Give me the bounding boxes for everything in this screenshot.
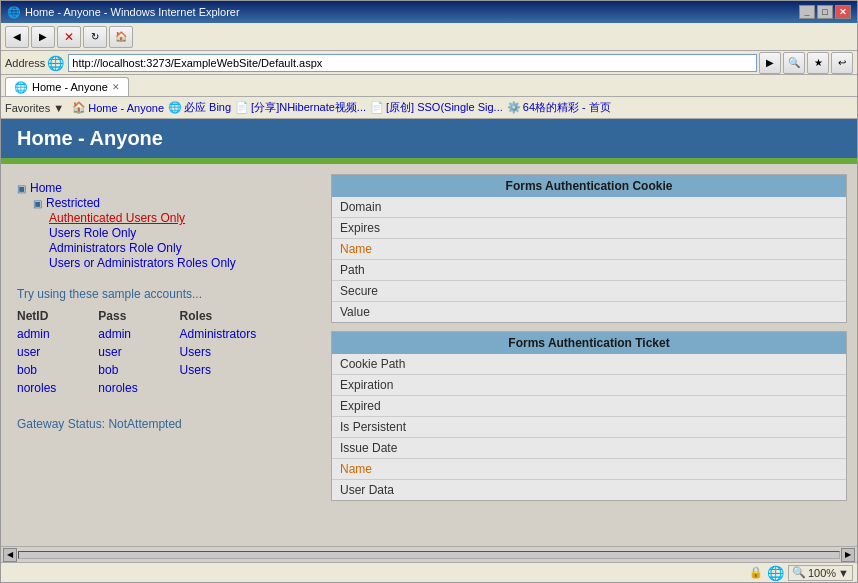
- scroll-left-button[interactable]: ◀: [3, 548, 17, 562]
- tab-icon: 🌐: [14, 81, 28, 94]
- tab-close-button[interactable]: ✕: [112, 82, 120, 92]
- address-bar-row: Address 🌐 ▶ 🔍 ★ ↩: [1, 51, 857, 75]
- ie-logo: 🌐: [767, 565, 784, 581]
- table-cell: noroles: [98, 379, 179, 397]
- refresh-button[interactable]: ↻: [83, 26, 107, 48]
- tab-bar: 🌐 Home - Anyone ✕: [1, 75, 857, 97]
- close-button[interactable]: ✕: [835, 5, 851, 19]
- nav-link-users-or-admin[interactable]: Users or Administrators Roles Only: [49, 256, 236, 270]
- active-tab[interactable]: 🌐 Home - Anyone ✕: [5, 77, 129, 96]
- forward-button[interactable]: ▶: [31, 26, 55, 48]
- table-cell: noroles: [17, 379, 98, 397]
- table-cell: Users: [180, 343, 325, 361]
- left-panel: ▣ Home ▣ Restricted Authenticated Users …: [11, 174, 331, 536]
- tree-authenticated: Authenticated Users Only: [49, 211, 325, 225]
- address-input[interactable]: [68, 54, 757, 72]
- sample-section: Try using these sample accounts... NetID…: [17, 287, 325, 397]
- expand-icon-restricted[interactable]: ▣: [33, 198, 42, 209]
- nav-link-authenticated[interactable]: Authenticated Users Only: [49, 211, 185, 225]
- table-cell: admin: [98, 325, 179, 343]
- nav-link-admin-role[interactable]: Administrators Role Only: [49, 241, 182, 255]
- scroll-right-button[interactable]: ▶: [841, 548, 855, 562]
- title-bar-left: 🌐 Home - Anyone - Windows Internet Explo…: [7, 6, 240, 19]
- status-right: 🔒 🌐 🔍 100% ▼: [749, 565, 853, 581]
- table-cell: bob: [17, 361, 98, 379]
- title-bar-buttons[interactable]: _ □ ✕: [799, 5, 851, 19]
- info-label: User Data: [340, 483, 460, 497]
- info-label: Domain: [340, 200, 460, 214]
- fav-icon-3: 📄: [370, 101, 384, 114]
- table-row: bobbobUsers: [17, 361, 325, 379]
- back-button[interactable]: ◀: [5, 26, 29, 48]
- table-cell: bob: [98, 361, 179, 379]
- favorites-icon[interactable]: ★: [807, 52, 829, 74]
- info-row: Expired: [332, 396, 846, 417]
- info-row: Value: [332, 302, 846, 322]
- forms-auth-cookie-section: Forms Authentication Cookie DomainExpire…: [331, 174, 847, 323]
- search-icon: 🔍: [783, 52, 805, 74]
- address-label: Address: [5, 57, 45, 69]
- table-cell: [180, 379, 325, 397]
- info-row: Cookie Path: [332, 354, 846, 375]
- scroll-track[interactable]: [18, 551, 840, 559]
- zoom-arrow: ▼: [838, 567, 849, 579]
- fav-item-0[interactable]: 🏠 Home - Anyone: [72, 101, 164, 114]
- fav-item-3[interactable]: 📄 [原创] SSO(Single Sig...: [370, 100, 503, 115]
- horizontal-scrollbar[interactable]: ◀ ▶: [1, 546, 857, 562]
- table-cell: Administrators: [180, 325, 325, 343]
- info-label: Cookie Path: [340, 357, 460, 371]
- nav-link-users-role[interactable]: Users Role Only: [49, 226, 136, 240]
- table-row: norolesnoroles: [17, 379, 325, 397]
- fav-icon-4: ⚙️: [507, 101, 521, 114]
- right-panel: Forms Authentication Cookie DomainExpire…: [331, 174, 847, 536]
- nav-link-restricted[interactable]: Restricted: [46, 196, 100, 210]
- info-label: Value: [340, 305, 460, 319]
- info-label: Issue Date: [340, 441, 460, 455]
- stop-button[interactable]: ✕: [57, 26, 81, 48]
- protected-icon: 🔒: [749, 566, 763, 579]
- title-bar: 🌐 Home - Anyone - Windows Internet Explo…: [1, 1, 857, 23]
- info-label: Expires: [340, 221, 460, 235]
- page-title: Home - Anyone: [17, 127, 841, 150]
- table-cell: user: [17, 343, 98, 361]
- info-label: Expiration: [340, 378, 460, 392]
- zoom-control[interactable]: 🔍 100% ▼: [788, 565, 853, 581]
- fav-item-4[interactable]: ⚙️ 64格的精彩 - 首页: [507, 100, 611, 115]
- minimize-button[interactable]: _: [799, 5, 815, 19]
- fav-item-1[interactable]: 🌐 必应 Bing: [168, 100, 231, 115]
- ticket-fields: Cookie PathExpirationExpiredIs Persisten…: [332, 354, 846, 500]
- forms-auth-cookie-header: Forms Authentication Cookie: [332, 175, 846, 197]
- history-icon[interactable]: ↩: [831, 52, 853, 74]
- page-header: Home - Anyone: [1, 119, 857, 158]
- go-button[interactable]: ▶: [759, 52, 781, 74]
- favorites-bar: Favorites ▼ 🏠 Home - Anyone 🌐 必应 Bing 📄 …: [1, 97, 857, 119]
- tree-users-or-admin: Users or Administrators Roles Only: [49, 256, 325, 270]
- tree-restricted: ▣ Restricted: [33, 196, 325, 210]
- toolbar: ◀ ▶ ✕ ↻ 🏠: [1, 23, 857, 51]
- info-label: Path: [340, 263, 460, 277]
- info-row: Name: [332, 239, 846, 260]
- gateway-label: Gateway Status:: [17, 417, 105, 431]
- nav-tree: ▣ Home ▣ Restricted Authenticated Users …: [17, 180, 325, 271]
- fav-icon-0: 🏠: [72, 101, 86, 114]
- table-row: useruserUsers: [17, 343, 325, 361]
- table-cell: user: [98, 343, 179, 361]
- fav-item-2[interactable]: 📄 [分享]NHibernate视频...: [235, 100, 366, 115]
- col-netid: NetID: [17, 307, 98, 325]
- nav-link-home[interactable]: Home: [30, 181, 62, 195]
- table-cell: Users: [180, 361, 325, 379]
- info-row: Issue Date: [332, 438, 846, 459]
- info-row: Expires: [332, 218, 846, 239]
- home-button[interactable]: 🏠: [109, 26, 133, 48]
- zoom-label: 🔍: [792, 566, 806, 579]
- expand-icon-home[interactable]: ▣: [17, 183, 26, 194]
- fav-icon-1: 🌐: [168, 101, 182, 114]
- info-row: Expiration: [332, 375, 846, 396]
- info-row: Path: [332, 260, 846, 281]
- page-content: Home - Anyone ▣ Home ▣ Restricted: [1, 119, 857, 562]
- ie-icon: 🌐: [47, 55, 64, 71]
- table-cell: admin: [17, 325, 98, 343]
- tree-indent-1: ▣ Restricted Authenticated Users Only Us…: [33, 196, 325, 270]
- window-title: Home - Anyone - Windows Internet Explore…: [25, 6, 240, 18]
- maximize-button[interactable]: □: [817, 5, 833, 19]
